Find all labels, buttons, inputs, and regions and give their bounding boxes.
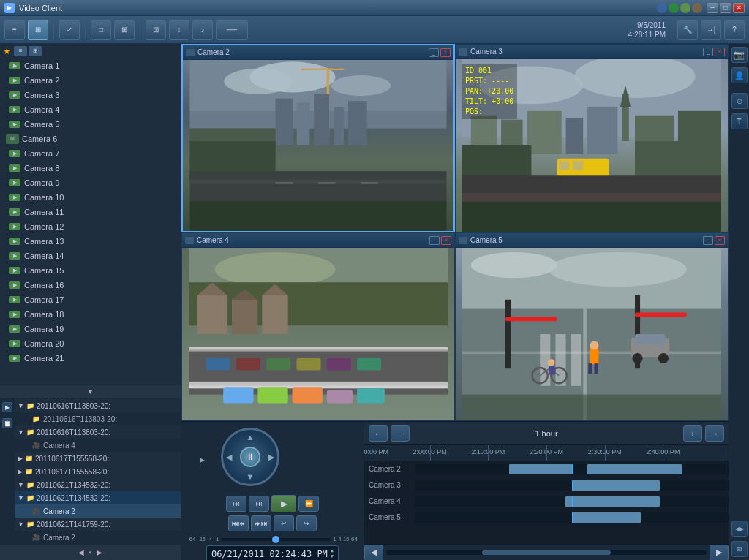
- camera-item-18[interactable]: ▶ Camera 18: [0, 307, 181, 322]
- recording-item-selected[interactable]: 🎥 Camera 2: [15, 504, 181, 518]
- camera-list-scroll-down[interactable]: ▼: [0, 385, 181, 398]
- recording-group-header[interactable]: ▼ 📁 20110621T134532-20:: [15, 491, 181, 504]
- track-content-cam3[interactable]: [415, 480, 729, 491]
- jog-right-icon[interactable]: ▶: [268, 453, 274, 462]
- video-close-btn[interactable]: ✕: [715, 236, 725, 245]
- camera-list[interactable]: ★ ≡ ⊞ ▶ Camera 1 ▶ Camera 2 ▶ Camera 3 ▶: [0, 44, 181, 385]
- toolbar-login[interactable]: →|: [701, 20, 721, 40]
- track-content-cam4[interactable]: [415, 496, 729, 507]
- camera-item-11[interactable]: ▶ Camera 11: [0, 205, 181, 219]
- camera-item-19[interactable]: ▶ Camera 19: [0, 322, 181, 336]
- timeline-zoom-in-btn[interactable]: +: [683, 425, 702, 442]
- timeline-scroll-right-btn[interactable]: ▶: [710, 545, 729, 561]
- datetime-down-icon[interactable]: ▼: [331, 554, 334, 559]
- jog-left-icon[interactable]: ◀: [226, 453, 232, 462]
- fast-fwd-btn[interactable]: ⏩: [298, 496, 319, 512]
- restore-button[interactable]: □: [720, 3, 731, 13]
- toolbar-tools[interactable]: 🔧: [677, 20, 698, 40]
- camera-item-15[interactable]: ▶ Camera 15: [0, 263, 181, 278]
- camera-item-14[interactable]: ▶ Camera 14: [0, 249, 181, 263]
- timeline-scroll-left-btn[interactable]: ◀: [364, 545, 383, 561]
- jog-dial[interactable]: ▲ ▼ ◀ ▶ ⏸: [221, 428, 279, 486]
- video-minimize-btn[interactable]: _: [429, 48, 439, 57]
- camera-item-7[interactable]: ▶ Camera 7: [0, 146, 181, 161]
- video-panel-cam2[interactable]: Camera 2 _ ✕: [181, 44, 455, 232]
- camera-item-12[interactable]: ▶ Camera 12: [0, 219, 181, 234]
- video-close-btn[interactable]: ✕: [715, 48, 725, 56]
- speed-track[interactable]: [221, 538, 331, 541]
- camera-item-1[interactable]: ▶ Camera 1: [0, 58, 181, 73]
- redo-btn[interactable]: ↪: [296, 515, 317, 531]
- jog-down-icon[interactable]: ▼: [246, 472, 255, 481]
- camera-item-17[interactable]: ▶ Camera 17: [0, 292, 181, 307]
- timeline-zoom-out-btn[interactable]: −: [391, 425, 410, 442]
- timeline-prev-btn[interactable]: ←: [369, 425, 388, 442]
- datetime-up-icon[interactable]: ▲: [331, 548, 334, 553]
- datetime-arrows[interactable]: ▲ ▼: [331, 548, 334, 559]
- speed-ctrl-btn[interactable]: ◀▶: [731, 521, 748, 537]
- recording-item[interactable]: 📁 20110616T113803-20:: [15, 412, 181, 425]
- speed-slider[interactable]: -64 -16 -4 -1 1 4 16 64: [187, 536, 358, 542]
- toolbar-help[interactable]: ?: [724, 20, 745, 40]
- prev-frame-btn[interactable]: ⏮: [226, 496, 246, 512]
- timeline-next-btn[interactable]: →: [705, 425, 724, 442]
- minimize-button[interactable]: ─: [707, 3, 718, 13]
- timeline-scrollbar-track[interactable]: [386, 550, 707, 555]
- camera-item-2[interactable]: ▶ Camera 2: [0, 73, 181, 88]
- recording-item[interactable]: 🎥 Camera 4: [15, 439, 181, 452]
- prev-btn-icon[interactable]: ◀: [78, 548, 84, 556]
- toolbar-checkbox[interactable]: ✓: [59, 20, 80, 40]
- person-detect-btn[interactable]: 👤: [731, 67, 748, 83]
- track-content-cam5[interactable]: [415, 512, 729, 523]
- camera-item-3[interactable]: ▶ Camera 3: [0, 88, 181, 102]
- camera-item-6[interactable]: ⊞ Camera 6: [0, 132, 181, 146]
- timeline-scrollbar-thumb[interactable]: [482, 550, 610, 555]
- sidebar-bottom-controls[interactable]: ◀ ● ▶: [0, 544, 181, 560]
- recording-item[interactable]: 🎥 Camera 2: [15, 531, 181, 544]
- toolbar-timeline-toggle[interactable]: ──: [216, 20, 248, 40]
- toolbar-quad-view[interactable]: ⊞: [114, 20, 135, 40]
- skip-back-btn[interactable]: ⏮⏮: [228, 515, 249, 531]
- camera-item-21[interactable]: ▶ Camera 21: [0, 351, 181, 366]
- video-close-btn[interactable]: ✕: [441, 236, 451, 245]
- play-btn[interactable]: ▶: [271, 495, 296, 512]
- sidebar-icon-1[interactable]: ≡: [14, 46, 27, 56]
- play-pause-btn[interactable]: ⏸: [240, 447, 260, 467]
- snapshot-btn[interactable]: 📷: [731, 47, 748, 63]
- camera-item-9[interactable]: ▶ Camera 9: [0, 175, 181, 190]
- camera-item-16[interactable]: ▶ Camera 16: [0, 278, 181, 292]
- text-overlay-btn[interactable]: T: [731, 113, 748, 129]
- close-button[interactable]: ✕: [733, 3, 745, 13]
- recording-group-header[interactable]: ▼ 📁 20110621T134532-20:: [15, 478, 181, 491]
- track-content-cam2[interactable]: [415, 464, 729, 474]
- toolbar-single-view[interactable]: □: [91, 20, 111, 40]
- camera-item-5[interactable]: ▶ Camera 5: [0, 117, 181, 132]
- recording-list[interactable]: ▶ 📋 ▼ 📁 20110616T113803-20: 📁 20110616T1…: [0, 398, 181, 544]
- next-btn-icon[interactable]: ▶: [97, 548, 102, 556]
- sidebar-icon-2[interactable]: ⊞: [29, 46, 42, 56]
- jog-up-icon[interactable]: ▲: [246, 433, 255, 442]
- next-frame-btn[interactable]: ⏭: [249, 496, 269, 512]
- recording-group-header[interactable]: ▶ 📁 20110617T155558-20:: [15, 452, 181, 465]
- toolbar-grid-view[interactable]: ⊞: [28, 20, 48, 40]
- camera-item-10[interactable]: ▶ Camera 10: [0, 190, 181, 205]
- analytics-btn[interactable]: ⊙: [731, 93, 748, 109]
- speed-thumb[interactable]: [272, 536, 279, 543]
- undo-btn[interactable]: ↩: [274, 515, 294, 531]
- camera-item-20[interactable]: ▶ Camera 20: [0, 336, 181, 351]
- video-panel-cam5[interactable]: Camera 5 _ ✕: [455, 232, 729, 421]
- toolbar-list-view[interactable]: ≡: [4, 20, 25, 40]
- video-close-btn[interactable]: ✕: [440, 48, 451, 57]
- video-panel-cam4[interactable]: Camera 4 _ ✕: [181, 232, 455, 421]
- toolbar-expand[interactable]: ↕: [169, 20, 189, 40]
- jog-control[interactable]: ▲ ▼ ◀ ▶ ⏸: [221, 428, 285, 492]
- toolbar-sync[interactable]: ⊡: [146, 20, 166, 40]
- video-minimize-btn[interactable]: _: [703, 48, 713, 56]
- skip-fwd-btn[interactable]: ⏭⏭: [251, 515, 271, 531]
- recording-group-header[interactable]: ▼ 📁 20110616T113803-20:: [15, 399, 181, 412]
- video-panel-cam3[interactable]: Camera 3 _ ✕: [455, 44, 729, 232]
- recordings-icon[interactable]: 📋: [2, 418, 12, 428]
- toolbar-audio[interactable]: ♪: [192, 20, 213, 40]
- recording-group-header[interactable]: ▶ 📁 20110617T155558-20:: [15, 465, 181, 478]
- camera-item-13[interactable]: ▶ Camera 13: [0, 234, 181, 249]
